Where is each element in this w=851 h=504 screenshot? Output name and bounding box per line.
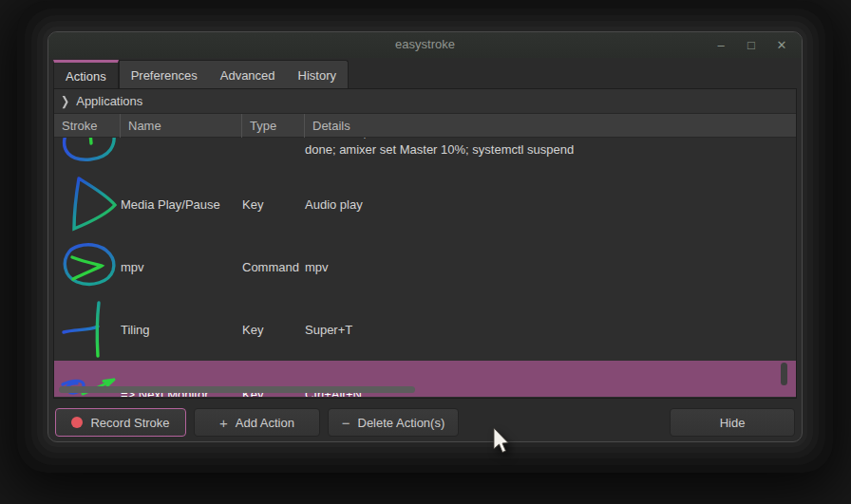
corner-line-stroke — [59, 300, 120, 359]
minus-icon: − — [342, 415, 350, 431]
maximize-icon[interactable]: □ — [743, 36, 760, 53]
tree-viewport: wmctrl -ie $window done; amixer set Mast… — [54, 138, 796, 397]
add-action-button[interactable]: + Add Action — [194, 408, 320, 437]
ellipse-arrow-stroke — [59, 237, 120, 296]
record-dot-icon — [71, 417, 83, 428]
vertical-scrollbar[interactable] — [781, 363, 787, 385]
easystroke-window: easystroke – □ ✕ Actions Preferences Adv… — [47, 31, 803, 442]
table-row[interactable]: wmctrl -ie $window done; amixer set Mast… — [54, 138, 796, 173]
horizontal-scrollbar[interactable] — [59, 386, 415, 393]
row-type: Key — [242, 197, 305, 212]
plus-icon: + — [219, 415, 228, 431]
row-type: Command — [242, 260, 305, 274]
minimize-icon[interactable]: – — [712, 36, 729, 53]
window-title: easystroke — [48, 37, 802, 51]
applications-expander[interactable]: ❯ Applications — [54, 89, 796, 114]
mouse-cursor-icon — [490, 427, 513, 456]
row-details: Audio play — [305, 197, 796, 212]
tab-advanced[interactable]: Advanced — [209, 61, 287, 89]
tab-history[interactable]: History — [287, 61, 348, 89]
hide-button[interactable]: Hide — [670, 408, 795, 437]
column-header-stroke[interactable]: Stroke — [54, 114, 121, 138]
expander-label: Applications — [76, 94, 142, 108]
column-header-name[interactable]: Name — [121, 114, 242, 138]
column-header-type[interactable]: Type — [242, 114, 305, 138]
play-triangle-stroke — [59, 175, 120, 233]
actions-tree: ❯ Applications Stroke Name Type Details — [53, 88, 797, 399]
row-name: mpv — [121, 260, 242, 274]
row-name: Media Play/Pause — [121, 197, 242, 212]
delete-action-button[interactable]: − Delete Action(s) — [328, 408, 459, 437]
circle-with-tick-stroke — [59, 138, 120, 171]
table-row[interactable]: mpv Command mpv — [54, 235, 796, 298]
row-details: Super+T — [305, 323, 796, 337]
titlebar[interactable]: easystroke – □ ✕ — [48, 32, 802, 58]
close-icon[interactable]: ✕ — [773, 36, 790, 53]
chevron-right-icon: ❯ — [61, 94, 69, 109]
table-row[interactable]: Media Play/Pause Key Audio play — [54, 173, 796, 235]
row-details: mpv — [305, 260, 796, 274]
tab-actions[interactable]: Actions — [53, 60, 119, 89]
table-row[interactable]: Tiling Key Super+T — [54, 298, 796, 361]
action-button-row: Record Stroke + Add Action − Delete Acti… — [53, 408, 797, 437]
row-name: Tiling — [121, 323, 242, 337]
column-header-details[interactable]: Details — [305, 114, 796, 138]
tab-bar: Actions Preferences Advanced History — [53, 60, 349, 89]
row-details: wmctrl -ie $window done; amixer set Mast… — [305, 138, 796, 158]
record-stroke-button[interactable]: Record Stroke — [55, 408, 186, 437]
tab-preferences[interactable]: Preferences — [120, 61, 209, 89]
tree-header: Stroke Name Type Details — [54, 114, 796, 138]
row-type: Key — [242, 323, 305, 337]
